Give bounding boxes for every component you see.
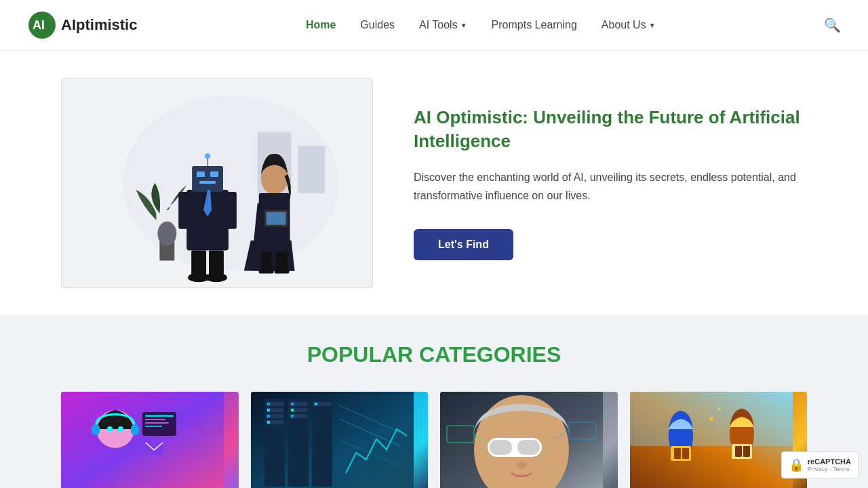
svg-rect-61 [315, 403, 317, 405]
svg-rect-49 [267, 409, 270, 411]
nav-about-us[interactable]: About Us ▼ [601, 19, 656, 31]
category-card-3[interactable] [440, 392, 618, 488]
svg-rect-59 [291, 415, 294, 418]
svg-rect-32 [92, 424, 100, 435]
svg-rect-68 [490, 440, 512, 455]
svg-point-34 [107, 426, 113, 432]
svg-rect-40 [145, 426, 162, 427]
svg-rect-51 [267, 415, 270, 418]
svg-rect-36 [142, 412, 176, 436]
recaptcha-links[interactable]: Privacy - Terms [808, 466, 851, 472]
svg-point-87 [718, 407, 721, 410]
svg-point-6 [157, 222, 176, 246]
recaptcha-label: reCAPTCHA [808, 458, 851, 466]
nav-home[interactable]: Home [306, 19, 336, 30]
svg-point-31 [96, 410, 134, 448]
categories-section: POPULAR CATEGORIES [0, 315, 868, 488]
svg-point-18 [205, 272, 227, 282]
svg-rect-15 [178, 192, 188, 229]
svg-rect-25 [261, 252, 272, 271]
svg-rect-30 [61, 392, 224, 488]
hero-content: AI Optimistic: Unveiling the Future of A… [414, 99, 807, 268]
hero-section: AI Optimistic: Unveiling the Future of A… [0, 51, 868, 315]
category-card-4[interactable] [630, 392, 808, 488]
svg-rect-11 [199, 181, 216, 184]
svg-rect-57 [291, 409, 294, 411]
svg-rect-24 [267, 212, 286, 225]
svg-point-86 [702, 411, 705, 413]
about-us-arrow-icon: ▼ [649, 22, 656, 29]
svg-rect-79 [674, 448, 681, 459]
hero-image [61, 78, 373, 288]
svg-rect-41 [146, 443, 163, 455]
nav-prompts-learning[interactable]: Prompts Learning [492, 19, 577, 30]
categories-grid [61, 392, 807, 488]
svg-point-35 [118, 426, 123, 432]
svg-rect-47 [267, 403, 270, 405]
recaptcha-badge: 🔒 reCAPTCHA Privacy - Terms [781, 451, 859, 479]
svg-rect-29 [275, 269, 290, 273]
svg-rect-83 [735, 446, 742, 457]
category-card-2[interactable] [251, 392, 429, 488]
categories-heading-part1: POPULAR [307, 342, 419, 367]
site-logo[interactable]: AI AIptimistic [27, 10, 137, 40]
svg-rect-8 [192, 166, 223, 192]
search-button[interactable]: 🔍 [824, 17, 841, 33]
svg-rect-37 [145, 415, 174, 417]
hero-description: Discover the enchanting world of AI, unv… [414, 168, 807, 205]
svg-rect-33 [131, 424, 139, 435]
nav-links: Home Guides AI Tools ▼ Prompts Learning … [306, 19, 656, 31]
svg-rect-16 [227, 192, 237, 229]
svg-rect-53 [267, 421, 270, 424]
lets-find-button[interactable]: Let's Find [414, 229, 513, 260]
search-icon: 🔍 [824, 18, 841, 33]
svg-rect-84 [743, 446, 750, 457]
svg-point-85 [709, 417, 713, 421]
svg-rect-39 [145, 422, 169, 424]
svg-rect-55 [291, 403, 294, 405]
svg-rect-9 [197, 171, 205, 177]
nav-guides[interactable]: Guides [360, 19, 395, 30]
category-card-1[interactable] [61, 392, 239, 488]
svg-text:AI: AI [33, 18, 45, 32]
svg-rect-27 [259, 269, 274, 273]
svg-rect-69 [517, 440, 540, 455]
svg-rect-38 [145, 419, 165, 420]
ai-tools-arrow-icon: ▼ [460, 22, 467, 29]
navigation: AI AIptimistic Home Guides AI Tools ▼ Pr… [0, 0, 868, 51]
svg-rect-80 [682, 448, 689, 459]
logo-text: AIptimistic [61, 16, 137, 34]
svg-point-88 [707, 403, 709, 405]
categories-heading: POPULAR CATEGORIES [61, 342, 807, 367]
svg-point-70 [516, 461, 527, 469]
svg-rect-45 [312, 399, 332, 487]
categories-heading-part2: CATEGORIES [419, 342, 561, 367]
recaptcha-icon: 🔒 [789, 458, 804, 472]
svg-point-20 [205, 153, 210, 159]
svg-rect-4 [298, 146, 325, 193]
nav-ai-tools[interactable]: AI Tools ▼ [419, 19, 467, 31]
hero-title: AI Optimistic: Unveiling the Future of A… [414, 106, 807, 153]
svg-rect-10 [210, 171, 218, 177]
